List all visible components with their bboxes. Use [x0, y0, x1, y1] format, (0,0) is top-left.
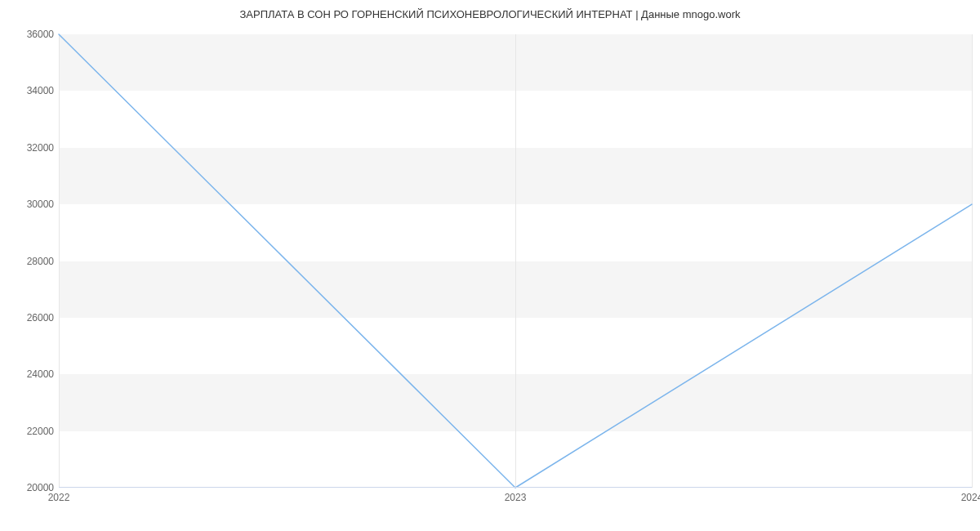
y-tick-label: 22000 — [5, 426, 54, 437]
y-tick-label: 32000 — [5, 142, 54, 154]
x-tick-label: 2024 — [961, 492, 980, 503]
plot-area — [59, 34, 972, 488]
x-tick-label: 2023 — [505, 492, 527, 503]
y-tick-label: 36000 — [5, 29, 54, 40]
y-tick-label: 20000 — [5, 482, 54, 493]
gridline-vertical — [972, 34, 973, 488]
x-tick-label: 2022 — [48, 492, 70, 503]
line-chart-svg — [59, 34, 972, 488]
x-axis-line — [59, 487, 972, 488]
y-tick-label: 30000 — [5, 199, 54, 210]
series-line — [59, 34, 972, 488]
chart-title: ЗАРПЛАТА В СОН РО ГОРНЕНСКИЙ ПСИХОНЕВРОЛ… — [0, 8, 980, 20]
y-tick-label: 26000 — [5, 312, 54, 324]
y-tick-label: 34000 — [5, 85, 54, 96]
y-tick-label: 28000 — [5, 256, 54, 267]
y-tick-label: 24000 — [5, 368, 54, 380]
